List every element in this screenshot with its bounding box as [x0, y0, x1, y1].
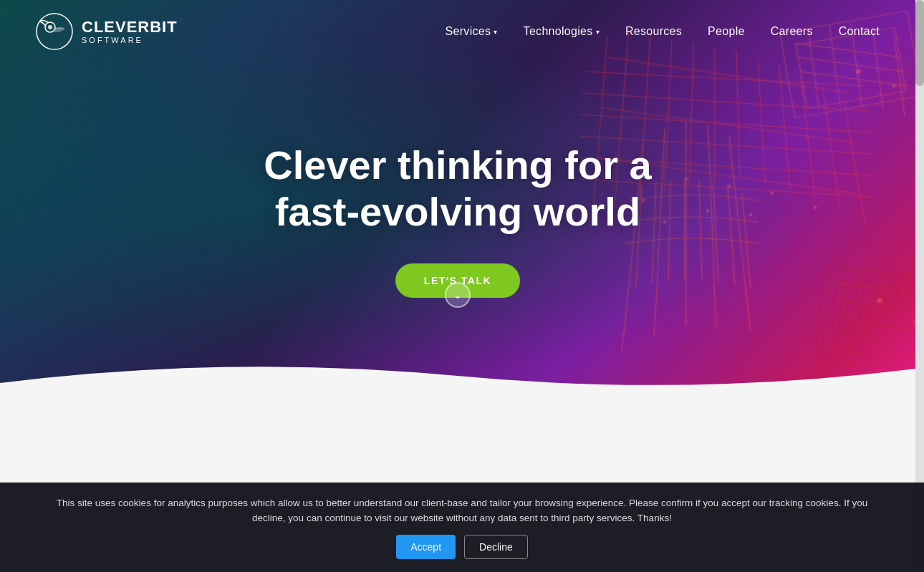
nav-item-people[interactable]: People: [708, 25, 745, 38]
nav-item-contact[interactable]: Contact: [839, 25, 880, 38]
nav-link-technologies[interactable]: Technologies ▾: [524, 25, 600, 38]
nav-link-contact[interactable]: Contact: [839, 25, 880, 37]
page-wrapper: CLEVERBIT SOFTWARE Services ▾ Technologi…: [0, 0, 924, 572]
logo-link[interactable]: CLEVERBIT SOFTWARE: [36, 13, 178, 50]
logo-icon: [36, 13, 73, 50]
nav-list: Services ▾ Technologies ▾ Resources: [446, 25, 880, 38]
nav-item-technologies[interactable]: Technologies ▾: [524, 25, 600, 38]
nav-item-careers[interactable]: Careers: [771, 25, 813, 38]
decline-cookies-button[interactable]: Decline: [464, 535, 528, 559]
technologies-dropdown-arrow: ▾: [596, 28, 600, 36]
main-nav: Services ▾ Technologies ▾ Resources: [446, 25, 880, 38]
nav-link-people[interactable]: People: [708, 25, 745, 37]
chevron-down-icon: ⌄: [445, 282, 471, 308]
site-header: CLEVERBIT SOFTWARE Services ▾ Technologi…: [0, 0, 915, 63]
accept-cookies-button[interactable]: Accept: [396, 535, 456, 559]
scroll-indicator[interactable]: ⌄: [445, 282, 471, 308]
cookie-message: This site uses cookies for analytics pur…: [43, 495, 881, 526]
svg-point-63: [48, 25, 52, 29]
hero-title: Clever thinking for a fast-evolving worl…: [264, 142, 651, 235]
hero-section: CLEVERBIT SOFTWARE Services ▾ Technologi…: [0, 0, 915, 412]
nav-item-services[interactable]: Services ▾: [446, 25, 498, 38]
nav-link-careers[interactable]: Careers: [771, 25, 813, 37]
scrollbar-thumb[interactable]: [915, 0, 924, 86]
nav-link-services[interactable]: Services ▾: [446, 25, 498, 38]
services-dropdown-arrow: ▾: [494, 28, 497, 36]
nav-link-resources[interactable]: Resources: [625, 25, 682, 37]
cookie-actions: Accept Decline: [43, 535, 881, 559]
nav-item-resources[interactable]: Resources: [625, 25, 682, 38]
logo-text: CLEVERBIT SOFTWARE: [82, 19, 178, 44]
cookie-banner: This site uses cookies for analytics pur…: [0, 483, 924, 572]
